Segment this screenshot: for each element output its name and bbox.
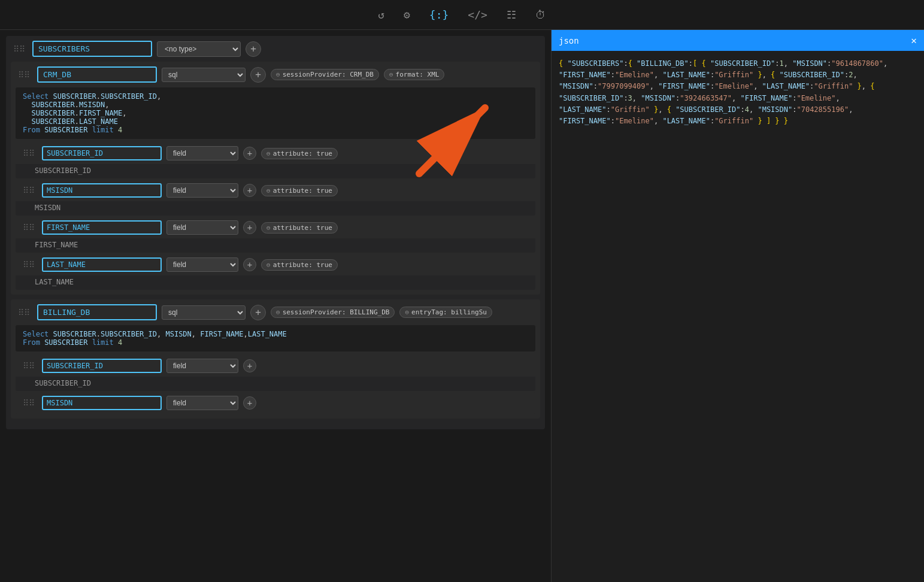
last-name-attr-label: attribute: true — [273, 261, 332, 269]
subscriber-id-field-row: ⠿⠿ field + ⊖ attribute: true — [16, 143, 535, 164]
billing-subscriber-id-input[interactable] — [42, 359, 162, 373]
last-name-attr-remove[interactable]: ⊖ — [266, 261, 271, 269]
billing-db-entry-label: entryTag: billingSu — [411, 308, 487, 316]
last-name-label: LAST_NAME — [16, 275, 535, 290]
table-row: ⠿⠿ field + ⊖ attribute: true LAST_NAME — [16, 254, 535, 290]
subscriber-id-attr-remove[interactable]: ⊖ — [266, 150, 271, 157]
first-name-drag-handle[interactable]: ⠿⠿ — [20, 222, 37, 234]
subscriber-id-label: SUBSCRIBER_ID — [16, 164, 535, 178]
billing-db-header: ⠿⠿ sql + ⊖ sessionProvider: BILLING_DB ⊖… — [16, 304, 535, 320]
table-row: ⠿⠿ field + ⊖ attribute: true SUBSCRIBE — [16, 143, 535, 178]
crm-db-session-tag-remove[interactable]: ⊖ — [276, 71, 280, 78]
billing-db-sql: Select SUBSCRIBER.SUBSCRIBER_ID, MSISDN,… — [16, 325, 535, 351]
crm-db-session-tag-label: sessionProvider: CRM_DB — [283, 71, 374, 78]
history-icon[interactable]: ⏱ — [532, 5, 550, 25]
billing-sub-id-drag[interactable]: ⠿⠿ — [20, 360, 37, 372]
table-row: ⠿⠿ field + SUBSCRIBER_ID — [16, 355, 535, 391]
billing-msisdn-type[interactable]: field — [166, 396, 238, 410]
crm-db-block: ⠿⠿ sql + ⊖ sessionProvider: CRM_DB ⊖ for… — [11, 62, 540, 295]
crm-db-format-tag-remove[interactable]: ⊖ — [389, 71, 393, 78]
billing-db-add-button[interactable]: + — [250, 305, 266, 320]
last-name-type-select[interactable]: field — [166, 257, 238, 272]
billing-subscriber-id-add[interactable]: + — [243, 359, 256, 372]
subscriber-id-attr-tag: ⊖ attribute: true — [261, 148, 338, 159]
subscriber-id-add-btn[interactable]: + — [243, 147, 256, 160]
billing-msisdn-input[interactable] — [42, 396, 162, 410]
msisdn-attr-tag: ⊖ attribute: true — [261, 185, 338, 196]
crm-db-format-tag: ⊖ format: XML — [384, 69, 444, 80]
first-name-input[interactable] — [42, 220, 162, 235]
search-close-button[interactable]: ✕ — [911, 35, 917, 46]
crm-db-session-tag: ⊖ sessionProvider: CRM_DB — [271, 69, 379, 80]
last-name-input[interactable] — [42, 257, 162, 272]
billing-db-session-tag: ⊖ sessionProvider: BILLING_DB — [271, 307, 395, 318]
subscribers-block: ⠿⠿ <no type> + ⠿⠿ sql + ⊖ — [6, 36, 545, 429]
billing-db-entry-tag: ⊖ entryTag: billingSu — [399, 307, 492, 318]
right-panel: ✕ { "SUBSCRIBERS":{ "BILLING_DB":[ { "SU… — [551, 30, 924, 582]
table-icon[interactable]: ☷ — [503, 5, 520, 25]
subscribers-type-select[interactable]: <no type> — [157, 41, 241, 57]
last-name-add-btn[interactable]: + — [243, 258, 256, 271]
billing-subscriber-id-type[interactable]: field — [166, 359, 238, 373]
msisdn-attr-remove[interactable]: ⊖ — [266, 187, 271, 195]
subscribers-title-input[interactable] — [32, 41, 152, 57]
table-row: ⠿⠿ field + ⊖ attribute: true MSISDN — [16, 180, 535, 216]
code-icon[interactable]: </> — [464, 5, 491, 25]
first-name-attr-remove[interactable]: ⊖ — [266, 224, 271, 232]
first-name-type-select[interactable]: field — [166, 220, 238, 235]
last-name-field-row: ⠿⠿ field + ⊖ attribute: true — [16, 254, 535, 275]
search-input[interactable] — [559, 36, 906, 46]
crm-db-type-select[interactable]: sql — [162, 68, 246, 82]
first-name-field-row: ⠿⠿ field + ⊖ attribute: true — [16, 217, 535, 238]
msisdn-type-select[interactable]: field — [166, 183, 238, 198]
billing-subscriber-id-label: SUBSCRIBER_ID — [16, 377, 535, 391]
subscriber-id-type-select[interactable]: field — [166, 146, 238, 160]
subscriber-id-drag-handle[interactable]: ⠿⠿ — [20, 147, 37, 159]
subscriber-id-attr-label: attribute: true — [273, 150, 332, 157]
msisdn-label: MSISDN — [16, 201, 535, 216]
left-panel: ⠿⠿ <no type> + ⠿⠿ sql + ⊖ — [0, 30, 551, 582]
billing-db-drag-handle[interactable]: ⠿⠿ — [16, 307, 32, 319]
crm-db-title-input[interactable] — [37, 66, 157, 83]
main-layout: ⠿⠿ <no type> + ⠿⠿ sql + ⊖ — [0, 30, 924, 582]
billing-db-entry-remove[interactable]: ⊖ — [405, 308, 409, 316]
json-content: { "SUBSCRIBERS":{ "BILLING_DB":[ { "SUBS… — [552, 51, 924, 582]
subscriber-id-input[interactable] — [42, 146, 162, 160]
billing-db-fields: ⠿⠿ field + SUBSCRIBER_ID ⠿⠿ — [16, 355, 535, 414]
billing-db-title-input[interactable] — [37, 304, 157, 320]
crm-db-sql: Select SUBSCRIBER.SUBSCRIBER_ID, SUBSCRI… — [16, 87, 535, 139]
json-icon[interactable]: {:} — [426, 5, 453, 25]
undo-icon[interactable]: ↺ — [374, 5, 388, 25]
crm-db-add-button[interactable]: + — [250, 67, 266, 83]
table-row: ⠿⠿ field + — [16, 392, 535, 414]
first-name-label: FIRST_NAME — [16, 238, 535, 253]
billing-db-block: ⠿⠿ sql + ⊖ sessionProvider: BILLING_DB ⊖… — [11, 299, 540, 419]
search-bar: ✕ — [552, 30, 924, 51]
first-name-attr-tag: ⊖ attribute: true — [261, 222, 338, 234]
subscribers-drag-handle[interactable]: ⠿⠿ — [11, 43, 28, 55]
msisdn-input[interactable] — [42, 183, 162, 198]
crm-db-drag-handle[interactable]: ⠿⠿ — [16, 69, 32, 81]
crm-db-format-tag-label: format: XML — [396, 71, 440, 78]
toolbar: ↺ ⚙ {:} </> ☷ ⏱ — [0, 0, 924, 30]
last-name-attr-tag: ⊖ attribute: true — [261, 259, 338, 271]
billing-msisdn-drag[interactable]: ⠿⠿ — [20, 397, 37, 409]
billing-db-session-remove[interactable]: ⊖ — [276, 308, 280, 316]
msisdn-drag-handle[interactable]: ⠿⠿ — [20, 184, 37, 196]
table-row: ⠿⠿ field + ⊖ attribute: true FIRST_NAM — [16, 217, 535, 253]
msisdn-add-btn[interactable]: + — [243, 184, 256, 197]
crm-db-fields: ⠿⠿ field + ⊖ attribute: true SUBSCRIBE — [16, 143, 535, 290]
billing-db-session-label: sessionProvider: BILLING_DB — [283, 308, 390, 316]
crm-db-header: ⠿⠿ sql + ⊖ sessionProvider: CRM_DB ⊖ for… — [16, 66, 535, 83]
first-name-add-btn[interactable]: + — [243, 221, 256, 234]
subscribers-header: ⠿⠿ <no type> + — [11, 41, 540, 57]
msisdn-attr-label: attribute: true — [273, 187, 332, 195]
msisdn-field-row: ⠿⠿ field + ⊖ attribute: true — [16, 180, 535, 201]
billing-db-type-select[interactable]: sql — [162, 305, 246, 320]
billing-subscriber-id-row: ⠿⠿ field + — [16, 355, 535, 377]
billing-msisdn-add[interactable]: + — [243, 396, 256, 410]
billing-msisdn-row: ⠿⠿ field + — [16, 392, 535, 414]
settings-icon[interactable]: ⚙ — [400, 5, 414, 25]
subscribers-add-button[interactable]: + — [246, 41, 261, 57]
last-name-drag-handle[interactable]: ⠿⠿ — [20, 259, 37, 271]
